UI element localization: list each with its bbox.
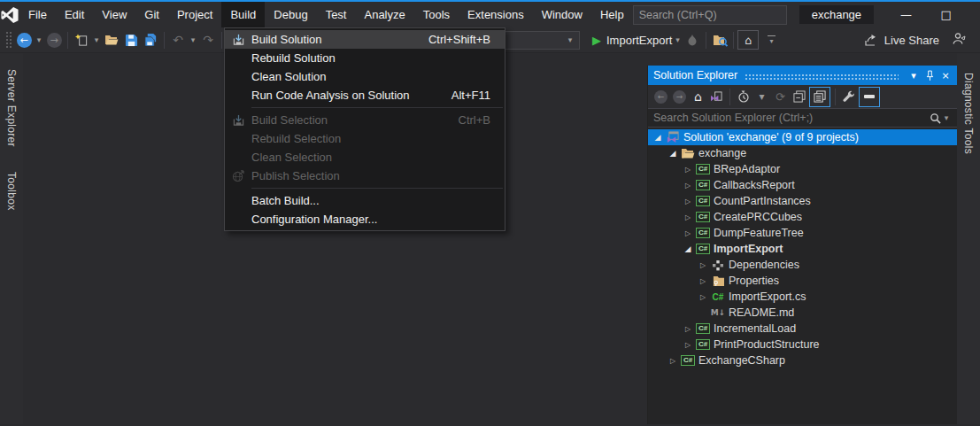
tree-item-importexport[interactable]: ◢C#ImportExport <box>648 241 957 257</box>
se-pending-changes-filter-button[interactable] <box>734 86 752 107</box>
tree-item-exchange[interactable]: ◢exchange <box>648 145 957 161</box>
hot-reload-button[interactable] <box>683 28 702 51</box>
web-browser-button[interactable]: ⌂ <box>737 30 759 50</box>
menu-item-rebuild-solution[interactable]: Rebuild Solution <box>225 49 505 67</box>
menu-item-clean-solution[interactable]: Clean Solution <box>225 67 505 86</box>
quick-search-box[interactable] <box>633 5 787 25</box>
menu-view[interactable]: View <box>93 2 135 27</box>
combobox-caret-icon[interactable]: ▾ <box>565 28 575 51</box>
menu-test[interactable]: Test <box>317 2 356 27</box>
expander-expanded-icon[interactable]: ◢ <box>682 244 694 253</box>
se-switch-views-button[interactable] <box>707 86 726 107</box>
tree-item-dependencies[interactable]: ▷Dependencies <box>648 257 957 273</box>
filter-caret-icon[interactable]: ▾ <box>752 86 771 107</box>
se-forward-button[interactable]: → <box>670 86 689 107</box>
tree-item-callbacksreport[interactable]: ▷C#CallbacksReport <box>648 177 957 193</box>
search-icon <box>930 112 941 124</box>
tool-tab-diagnostic-tools[interactable]: Diagnostic Tools <box>962 64 975 163</box>
find-in-files-button[interactable] <box>710 28 729 51</box>
expander-collapsed-icon[interactable]: ▷ <box>667 357 679 365</box>
search-caret-icon[interactable]: ▾ <box>941 106 952 129</box>
tree-item-dumpfeaturetree[interactable]: ▷C#DumpFeatureTree <box>648 225 957 241</box>
menu-item-label: Publish Selection <box>251 169 340 182</box>
tree-item-incrementalload[interactable]: ▷C#IncrementalLoad <box>648 321 957 337</box>
navigate-back-caret-icon[interactable]: ▾ <box>34 28 44 51</box>
minimize-button[interactable]: — <box>886 2 926 27</box>
se-sync-button[interactable]: ⟳ <box>771 86 790 107</box>
new-project-button[interactable] <box>72 28 91 51</box>
menu-item-build-solution[interactable]: Build SolutionCtrl+Shift+B <box>225 30 505 49</box>
menu-item-configuration-manager[interactable]: Configuration Manager... <box>225 210 505 228</box>
se-properties-button[interactable] <box>839 86 858 107</box>
tree-item-readme-md[interactable]: M↓README.md <box>648 305 957 321</box>
se-show-all-files-toggle[interactable] <box>859 87 880 107</box>
tree-item-countpartinstances[interactable]: ▷C#CountPartInstances <box>648 193 957 209</box>
expander-collapsed-icon[interactable]: ▷ <box>697 261 709 269</box>
solution-explorer-header[interactable]: Solution Explorer ▾ × <box>648 66 957 85</box>
toolbar-drag-handle[interactable] <box>5 31 12 49</box>
expander-collapsed-icon[interactable]: ▷ <box>682 166 694 174</box>
se-collapse-all-button[interactable] <box>790 86 808 107</box>
tree-item-exchangecsharp[interactable]: ▷C#ExchangeCSharp <box>648 352 957 368</box>
tree-item-createprccubes[interactable]: ▷C#CreatePRCCubes <box>648 209 957 225</box>
expander-expanded-icon[interactable]: ◢ <box>652 133 664 142</box>
maximize-button[interactable]: □ <box>926 2 966 27</box>
expander-collapsed-icon[interactable]: ▷ <box>682 341 694 349</box>
navigate-forward-button[interactable]: → <box>44 28 64 51</box>
menu-extensions[interactable]: Extensions <box>459 2 533 27</box>
expander-collapsed-icon[interactable]: ▷ <box>682 182 694 190</box>
save-button[interactable] <box>121 28 141 51</box>
start-debug-play-icon[interactable]: ▶ <box>592 34 601 47</box>
menu-analyze[interactable]: Analyze <box>355 2 413 27</box>
start-debug-caret-icon[interactable]: ▾ <box>672 28 683 51</box>
menu-edit[interactable]: Edit <box>56 2 93 27</box>
expander-collapsed-icon[interactable]: ▷ <box>682 325 694 333</box>
menu-project[interactable]: Project <box>168 2 221 27</box>
menu-item-batch-build[interactable]: Batch Build... <box>225 191 505 210</box>
menu-file[interactable]: File <box>19 2 56 27</box>
menu-debug[interactable]: Debug <box>265 2 316 27</box>
configuration-combobox[interactable]: ▾ <box>498 31 580 50</box>
tree-item-importexport-cs[interactable]: ▷C#ImportExport.cs <box>648 289 957 305</box>
menu-git[interactable]: Git <box>135 2 168 27</box>
open-file-button[interactable] <box>102 28 121 51</box>
pin-icon[interactable] <box>922 70 938 81</box>
se-home-button[interactable]: ⌂ <box>689 86 707 107</box>
tree-item-printproductstructure[interactable]: ▷C#PrintProductStructure <box>648 337 957 352</box>
undo-caret-icon[interactable]: ▾ <box>188 28 198 51</box>
quick-search-input[interactable] <box>639 9 782 21</box>
expander-collapsed-icon[interactable]: ▷ <box>682 198 694 205</box>
new-project-caret-icon[interactable]: ▾ <box>91 28 102 51</box>
se-back-button[interactable]: ← <box>652 86 670 107</box>
menu-help[interactable]: Help <box>591 2 633 27</box>
toolbar-overflow-button[interactable]: ▾ <box>764 35 778 45</box>
close-panel-icon[interactable]: × <box>938 70 953 81</box>
tree-item-solution-exchange-9-of-9-projects[interactable]: ◢Solution 'exchange' (9 of 9 projects) <box>648 129 957 145</box>
redo-button[interactable]: ↷ <box>198 28 218 51</box>
expander-collapsed-icon[interactable]: ▷ <box>697 293 709 301</box>
menu-build[interactable]: Build <box>221 2 265 27</box>
expander-collapsed-icon[interactable]: ▷ <box>682 213 694 221</box>
tree-item-brepadaptor[interactable]: ▷C#BRepAdaptor <box>648 161 957 177</box>
tool-tab-toolbox[interactable]: Toolbox <box>5 163 18 219</box>
expander-collapsed-icon[interactable]: ▷ <box>682 229 694 237</box>
tool-tab-server-explorer[interactable]: Server Explorer <box>5 60 18 156</box>
solution-explorer-search[interactable]: ▾ <box>648 109 957 128</box>
expander-expanded-icon[interactable]: ◢ <box>667 149 679 158</box>
se-preview-selected-toggle[interactable] <box>809 87 830 107</box>
navigate-back-button[interactable]: ← <box>14 28 34 51</box>
undo-button[interactable]: ↶ <box>168 28 188 51</box>
expander-collapsed-icon[interactable]: ▷ <box>697 277 709 285</box>
close-button[interactable]: × <box>966 2 980 27</box>
start-debug-target-label[interactable]: ImportExport <box>606 34 672 47</box>
send-feedback-button[interactable] <box>952 32 966 48</box>
menu-window[interactable]: Window <box>533 2 591 27</box>
menu-tools[interactable]: Tools <box>414 2 459 27</box>
se-search-input[interactable] <box>653 112 930 124</box>
save-all-button[interactable] <box>141 28 160 51</box>
live-share-button[interactable]: Live Share <box>864 34 939 47</box>
window-position-caret-icon[interactable]: ▾ <box>906 70 922 81</box>
start-debug-group: ▶ ImportExport ▾ <box>592 28 683 51</box>
tree-item-properties[interactable]: ▷Properties <box>648 273 957 289</box>
menu-item-run-code-analysis-on-solution[interactable]: Run Code Analysis on SolutionAlt+F11 <box>225 86 505 105</box>
